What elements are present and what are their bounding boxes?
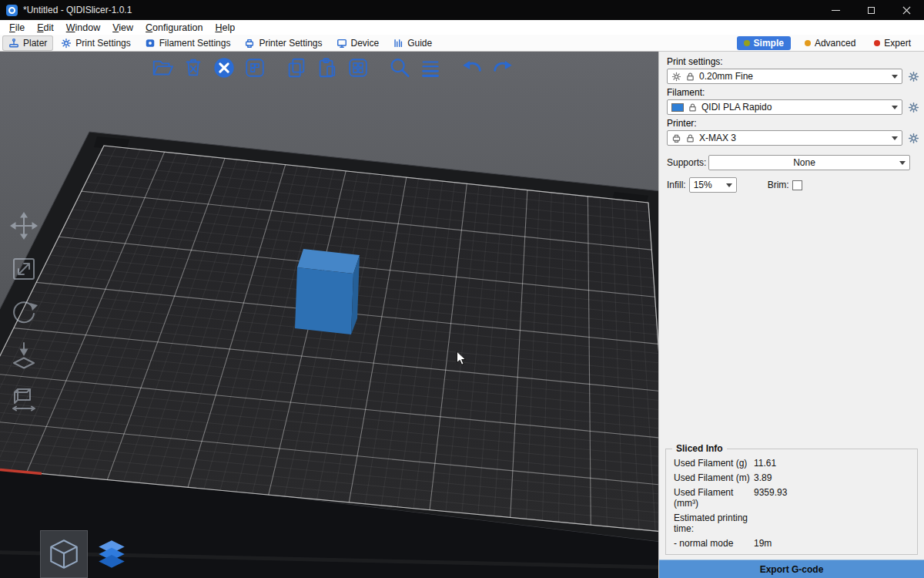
print-settings-gear-button[interactable] [906,69,921,84]
device-icon [336,38,347,49]
tab-plater[interactable]: Plater [2,35,53,51]
mode-dot-icon [874,40,880,46]
mode-simple[interactable]: Simple [737,36,791,50]
sliced-label: Used Filament (mm³) [674,487,754,509]
tab-filament-settings[interactable]: Filament Settings [139,35,237,51]
filament-gear-button[interactable] [906,99,921,115]
menu-view[interactable]: View [106,22,139,33]
mode-expert[interactable]: Expert [869,36,916,50]
rotate-gizmo-icon[interactable] [8,296,40,328]
mode-label: Simple [754,38,784,49]
export-gcode-button[interactable]: Export G-code [659,560,924,578]
sliced-info-rows: Used Filament (g)11.61Used Filament (m)3… [671,455,912,550]
supports-row: Supports: None [667,155,921,170]
brim-checkbox[interactable] [792,180,802,190]
toolbar-group [387,55,443,80]
tab-label: Print Settings [75,38,130,49]
sliced-info-row: - normal mode19m [671,536,912,550]
split-icon[interactable] [346,55,370,80]
toolbar-group [284,55,370,80]
print-bed-scene[interactable] [0,52,658,578]
model-cube[interactable] [295,249,360,334]
close-icon [902,6,911,15]
delete-icon[interactable] [181,55,206,80]
dropdown-caret-icon [892,106,898,113]
minimize-button[interactable] [818,0,853,20]
app-window: *Untitled - QIDISlicer-1.0.1 FileEditWin… [0,0,924,578]
mode-advanced[interactable]: Advanced [800,36,860,50]
infill-value: 15% [694,180,712,190]
mode-dot-icon [805,40,811,46]
printer-value: X-MAX 3 [699,133,736,143]
move-gizmo-icon[interactable] [8,210,40,242]
sidebar: Print settings: 0.20mm Fine Filament: QI… [658,52,924,578]
menu-file[interactable]: File [3,22,31,33]
mode-switch: SimpleAdvancedExpert [737,36,922,50]
sliced-info-row: Used Filament (g)11.61 [671,455,912,470]
menubar: FileEditWindowViewConfigurationHelp [0,20,924,35]
redo-icon[interactable] [490,55,515,80]
supports-value: None [793,157,815,168]
plater-icon [8,38,19,49]
flatten-gizmo-icon[interactable] [8,339,40,371]
gear-icon [61,38,72,49]
tab-printer-settings[interactable]: Printer Settings [238,35,328,51]
maximize-icon [868,7,875,14]
printer-combo[interactable]: X-MAX 3 [667,130,902,146]
tab-label: Guide [407,38,432,49]
lock-icon [685,72,695,82]
sliced-value: 11.61 [754,458,776,469]
dropdown-caret-icon [726,183,732,190]
measure-gizmo-icon[interactable] [8,382,40,415]
mode-dot-icon [744,40,750,46]
sliced-value: 19m [754,538,772,549]
toolbar-group [460,55,515,80]
window-controls [818,0,924,20]
tab-guide[interactable]: Guide [387,35,438,51]
delete-all-icon[interactable] [212,55,236,80]
menu-help[interactable]: Help [209,22,241,33]
tabs: PlaterPrint SettingsFilament SettingsPri… [2,35,438,51]
viewport-3d[interactable] [0,52,658,578]
search-icon[interactable] [387,55,412,80]
sliced-label: Used Filament (m) [674,472,754,483]
layers-icon[interactable] [418,55,443,80]
infill-row: Infill: 15% Brim: [667,177,921,193]
tab-label: Plater [23,38,47,49]
close-button[interactable] [889,0,924,20]
infill-combo[interactable]: 15% [689,177,737,193]
maximize-button[interactable] [853,0,889,20]
sliced-info-title: Sliced Info [672,443,727,454]
filament-value: QIDI PLA Rapido [701,102,772,113]
filament-label: Filament: [667,87,916,98]
tab-device[interactable]: Device [330,35,386,51]
minimize-icon [832,10,840,11]
filament-row: QIDI PLA Rapido [667,99,921,115]
supports-combo[interactable]: None [708,155,910,170]
infill-label: Infill: [667,180,686,190]
tab-label: Printer Settings [259,38,322,49]
menu-configuration[interactable]: Configuration [139,22,209,33]
filament-icon [145,38,156,49]
dropdown-caret-icon [892,136,898,143]
printer-gear-button[interactable] [906,130,921,146]
sliced-info-row: Estimated printing time: [671,510,912,536]
menu-window[interactable]: Window [60,22,106,33]
preview-layers-view-button[interactable] [88,530,136,578]
scale-gizmo-icon[interactable] [8,253,40,285]
guide-icon [393,38,403,49]
printer-icon [671,133,681,143]
menu-edit[interactable]: Edit [31,22,60,33]
filament-combo[interactable]: QIDI PLA Rapido [667,99,902,115]
sliced-value: 3.89 [754,472,772,483]
3d-editor-view-button[interactable] [40,530,88,578]
sliced-label: - normal mode [674,538,754,549]
tab-print-settings[interactable]: Print Settings [55,35,136,51]
undo-icon[interactable] [460,55,484,80]
print-settings-combo[interactable]: 0.20mm Fine [667,69,902,84]
open-file-icon[interactable] [150,55,175,80]
copy-icon[interactable] [284,55,309,80]
arrange-icon[interactable] [243,55,267,80]
print-settings-row: 0.20mm Fine [667,69,921,84]
paste-icon[interactable] [315,55,340,80]
